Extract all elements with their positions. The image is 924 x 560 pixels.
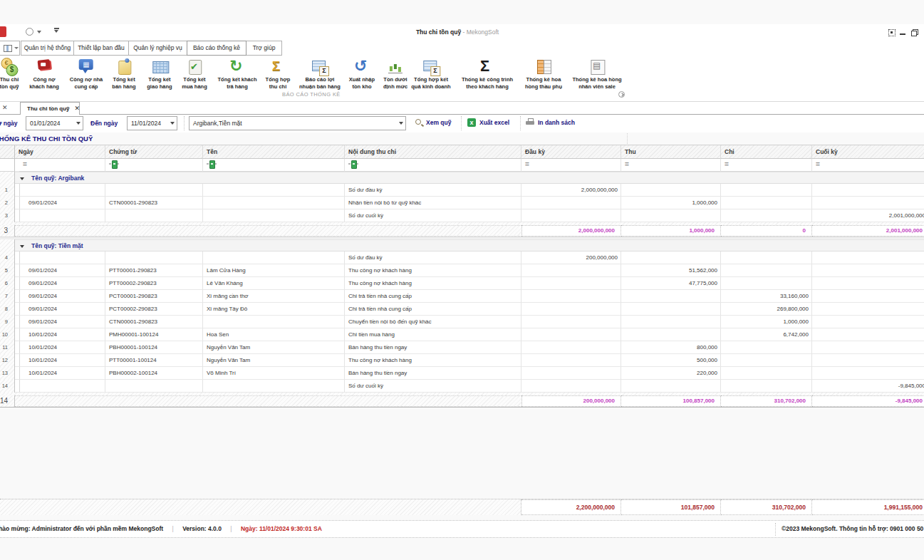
equals-filter-icon[interactable]: = <box>525 159 529 170</box>
export-excel-button[interactable]: Xuất excel <box>479 119 509 126</box>
data-row[interactable]: 14Số dư cuối kỳ-9,845,000 <box>0 380 924 393</box>
equals-filter-icon[interactable]: = <box>725 159 729 170</box>
equals-filter-icon[interactable]: = <box>816 159 820 170</box>
row-indicator[interactable]: 2 <box>0 197 15 209</box>
row-indicator[interactable] <box>0 239 15 252</box>
column-header-4[interactable]: Nội dung thu chi <box>345 145 521 159</box>
report-grid: NgàyChứng từTênNội dung thu chiĐầu kỳThu… <box>0 145 924 408</box>
data-row[interactable]: 1210/01/2024PTT00001-100124Nguyễn Văn Ta… <box>0 354 924 367</box>
data-row[interactable]: 4Số dư đầu kỳ200,000,000 <box>0 252 924 264</box>
row-indicator[interactable]: 12 <box>0 354 15 367</box>
filter-funnel-icon[interactable] <box>109 160 119 168</box>
data-row[interactable]: 1110/01/2024PBH00001-100124Nguyễn Văn Ta… <box>0 341 924 354</box>
row-indicator[interactable]: 4 <box>0 252 15 264</box>
column-header-2[interactable]: Chứng từ <box>105 145 203 159</box>
to-date-dropdown-icon[interactable] <box>170 122 175 125</box>
filter-cell-7[interactable]: = <box>721 159 812 172</box>
data-row[interactable]: 1310/01/2024PBH00002-100124Võ Minh TríBá… <box>0 367 924 380</box>
ribbon-button-14[interactable]: Thống kê hoa hồng thầu phụ <box>525 58 562 90</box>
row-indicator[interactable]: 3 <box>0 209 15 222</box>
filter-funnel-icon[interactable] <box>348 160 358 168</box>
window-fullscreen-button[interactable] <box>888 28 896 36</box>
filter-cell-6[interactable]: = <box>621 159 721 172</box>
from-date-dropdown-icon[interactable] <box>76 122 81 125</box>
ribbon-button-2[interactable]: Công nợ khách hàng <box>29 58 59 90</box>
row-indicator[interactable] <box>0 172 15 184</box>
row-indicator[interactable]: 1 <box>0 184 15 197</box>
row-indicator[interactable]: 14 <box>0 380 15 393</box>
window-restore-button[interactable] <box>910 28 918 36</box>
tabstrip-close-icon[interactable]: ✕ <box>2 105 8 111</box>
row-indicator[interactable]: 9 <box>0 316 15 328</box>
row-indicator[interactable]: 7 <box>0 290 15 303</box>
filter-funnel-icon[interactable] <box>207 160 217 168</box>
menu-tab-tro-giup[interactable]: Trợ giúp <box>246 41 282 56</box>
data-row[interactable]: 3Số dư cuối kỳ2,001,000,000 <box>0 209 924 222</box>
data-row[interactable]: 909/01/2024CTN00001-290823Chuyển tiền nộ… <box>0 316 924 328</box>
equals-filter-icon[interactable]: = <box>625 159 629 170</box>
filter-cell-8[interactable]: = <box>812 159 924 172</box>
ribbon-button-10[interactable]: Xuất nhập tồn kho <box>349 58 375 90</box>
cell-ten: Lê Văn Kháng <box>203 277 345 290</box>
ribbon-button-8[interactable]: Tổng hợp thu chi <box>266 58 291 90</box>
view-fund-button[interactable]: Xem quỹ <box>426 119 451 126</box>
data-row[interactable]: 1Số dư đầu kỳ2,000,000,000 <box>0 184 924 197</box>
fund-combo[interactable]: Argibank,Tiền mặt <box>189 116 406 130</box>
filter-cell-5[interactable]: = <box>521 159 621 172</box>
ribbon-button-5[interactable]: Tổng kết giao hàng <box>147 58 172 90</box>
data-row[interactable]: 1010/01/2024PMH00001-100124Hoa SenChi ti… <box>0 328 924 341</box>
column-header-1[interactable]: Ngày <box>15 145 105 159</box>
cell-noi_dung: Số dư cuối kỳ <box>345 380 521 393</box>
ribbon-button-7[interactable]: Tổng kết khách trả hàng <box>217 58 256 90</box>
group-collapse-arrow[interactable] <box>20 245 24 248</box>
data-row[interactable]: 509/01/2024PTT00001-290823Lâm Cửa HàngTh… <box>0 264 924 277</box>
menu-tab-bao-cao-thong-ke[interactable]: Báo cáo thống kê <box>187 41 246 56</box>
row-indicator[interactable]: 5 <box>0 264 15 277</box>
column-header-5[interactable]: Đầu kỳ <box>521 145 621 159</box>
ribbon-layout-button[interactable] <box>0 41 20 56</box>
ribbon-button-9[interactable]: Báo cáo lợi nhuận bán hàng <box>299 58 341 90</box>
row-indicator[interactable]: 11 <box>0 341 15 354</box>
column-header-7[interactable]: Chi <box>721 145 812 159</box>
ribbon-button-label: Tổng kết bán hàng <box>112 76 135 90</box>
data-row[interactable]: 809/01/2024PCT00002-290823Xi măng Tây Đô… <box>0 303 924 316</box>
filter-cell-3[interactable] <box>203 159 345 172</box>
ribbon-button-3[interactable]: Công nợ nhà cung cấp <box>70 58 103 90</box>
data-row[interactable]: 609/01/2024PTT00002-290823Lê Văn KhángTh… <box>0 277 924 290</box>
ribbon-button-11[interactable]: Tồn dưới định mức <box>383 58 408 90</box>
row-indicator[interactable]: 6 <box>0 277 15 290</box>
row-indicator[interactable]: 10 <box>0 328 15 341</box>
row-indicator[interactable]: 8 <box>0 303 15 316</box>
window-minimize-button[interactable] <box>899 28 907 36</box>
ribbon-button-1[interactable]: Thu chi tồn quỹ <box>0 58 19 90</box>
fund-combo-dropdown-icon[interactable] <box>399 122 403 125</box>
ribbon-button-13[interactable]: Thống kê công trình theo khách hàng <box>462 58 513 90</box>
filter-cell-4[interactable] <box>345 159 521 172</box>
bubble-icon <box>77 58 95 76</box>
ribbon-button-4[interactable]: Tổng kết bán hàng <box>112 58 135 90</box>
tab-close-icon[interactable]: ✕ <box>75 105 80 112</box>
ribbon-button-12[interactable]: Tổng hợp kết quả kinh doanh <box>411 58 450 90</box>
ribbon-collapse-button[interactable] <box>618 91 625 98</box>
filter-cell-2[interactable] <box>105 159 203 172</box>
filter-cell-1[interactable]: = <box>19 159 105 172</box>
column-header-6[interactable]: Thu <box>621 145 721 159</box>
ribbon-button-6[interactable]: Tổng kết mua hàng <box>182 58 207 90</box>
cell-noi_dung: Bán hàng thu tiền ngay <box>345 367 521 380</box>
data-row[interactable]: 209/01/2024CTN00001-290823Nhận tiền nội … <box>0 197 924 209</box>
column-header-3[interactable]: Tên <box>203 145 345 159</box>
document-tab-thu-chi-ton-quy[interactable]: Thu chi tồn quỹ✕ <box>20 102 80 115</box>
group-collapse-arrow[interactable] <box>20 177 24 180</box>
equals-filter-icon[interactable]: = <box>23 159 27 170</box>
menu-tab-thiet-lap-ban-dau[interactable]: Thiết lập ban đầu <box>73 41 129 56</box>
to-date-input[interactable]: 11/01/2024 <box>127 116 177 130</box>
row-indicator[interactable]: 13 <box>0 367 15 380</box>
print-list-button[interactable]: In danh sách <box>538 119 575 126</box>
menu-tab-quan-ly-nghiep-vu[interactable]: Quản lý nghiệp vụ <box>128 41 187 56</box>
from-date-input[interactable]: 01/01/2024 <box>26 116 83 130</box>
filter-indicator <box>0 159 15 172</box>
ribbon-button-15[interactable]: Thống kê hoa hồng nhân viên sale <box>572 58 621 90</box>
column-header-8[interactable]: Cuối kỳ <box>812 145 924 159</box>
data-row[interactable]: 709/01/2024PCT00001-290823Xi măng cần th… <box>0 290 924 303</box>
menu-tab-quan-tri-he-thong[interactable]: Quản trị hệ thống <box>21 41 74 56</box>
